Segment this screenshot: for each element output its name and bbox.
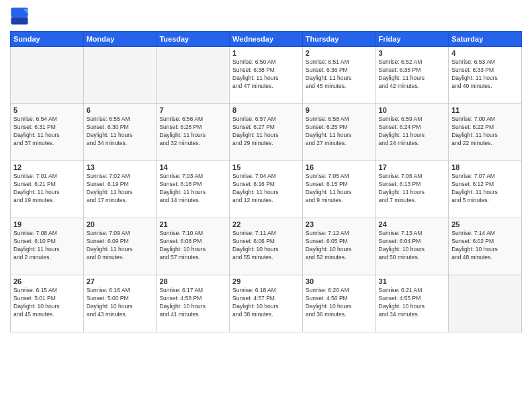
day-info: Sunrise: 6:59 AM Sunset: 6:24 PM Dayligh… bbox=[379, 116, 446, 148]
day-info: Sunrise: 6:15 AM Sunset: 5:01 PM Dayligh… bbox=[13, 287, 81, 319]
calendar-cell: 17Sunrise: 7:06 AM Sunset: 6:13 PM Dayli… bbox=[375, 161, 449, 218]
calendar-cell: 30Sunrise: 6:20 AM Sunset: 4:56 PM Dayli… bbox=[302, 275, 375, 332]
day-info: Sunrise: 6:53 AM Sunset: 6:33 PM Dayligh… bbox=[451, 58, 519, 91]
weekday-header-row: SundayMondayTuesdayWednesdayThursdayFrid… bbox=[11, 32, 522, 47]
day-number: 21 bbox=[159, 220, 226, 228]
weekday-header-sunday: Sunday bbox=[11, 32, 84, 47]
day-number: 11 bbox=[451, 106, 519, 114]
weekday-header-wednesday: Wednesday bbox=[230, 32, 303, 47]
calendar-week-1: 5Sunrise: 6:54 AM Sunset: 6:31 PM Daylig… bbox=[11, 104, 522, 161]
day-info: Sunrise: 6:52 AM Sunset: 6:35 PM Dayligh… bbox=[379, 58, 446, 91]
day-info: Sunrise: 7:13 AM Sunset: 6:04 PM Dayligh… bbox=[379, 230, 446, 262]
calendar-cell: 5Sunrise: 6:54 AM Sunset: 6:31 PM Daylig… bbox=[11, 104, 84, 161]
day-number: 24 bbox=[379, 220, 446, 228]
day-number: 7 bbox=[159, 106, 226, 114]
day-info: Sunrise: 6:50 AM Sunset: 6:38 PM Dayligh… bbox=[232, 58, 300, 91]
weekday-header-friday: Friday bbox=[375, 32, 449, 47]
day-number: 25 bbox=[451, 220, 519, 228]
day-number: 6 bbox=[87, 106, 154, 114]
day-info: Sunrise: 7:00 AM Sunset: 6:22 PM Dayligh… bbox=[451, 116, 519, 148]
calendar-cell: 26Sunrise: 6:15 AM Sunset: 5:01 PM Dayli… bbox=[11, 275, 84, 332]
calendar-week-3: 19Sunrise: 7:08 AM Sunset: 6:10 PM Dayli… bbox=[11, 218, 522, 275]
day-number: 27 bbox=[87, 277, 154, 285]
day-info: Sunrise: 6:54 AM Sunset: 6:31 PM Dayligh… bbox=[13, 116, 81, 148]
day-info: Sunrise: 6:21 AM Sunset: 4:55 PM Dayligh… bbox=[379, 287, 446, 319]
calendar-week-2: 12Sunrise: 7:01 AM Sunset: 6:21 PM Dayli… bbox=[11, 161, 522, 218]
day-number: 29 bbox=[232, 277, 300, 285]
day-info: Sunrise: 6:51 AM Sunset: 6:36 PM Dayligh… bbox=[306, 58, 373, 91]
day-info: Sunrise: 6:56 AM Sunset: 6:28 PM Dayligh… bbox=[159, 116, 226, 148]
day-info: Sunrise: 7:10 AM Sunset: 6:08 PM Dayligh… bbox=[159, 230, 226, 262]
header bbox=[10, 7, 522, 26]
calendar-cell: 20Sunrise: 7:09 AM Sunset: 6:09 PM Dayli… bbox=[83, 218, 157, 275]
calendar-cell: 3Sunrise: 6:52 AM Sunset: 6:35 PM Daylig… bbox=[375, 47, 449, 104]
calendar-cell: 21Sunrise: 7:10 AM Sunset: 6:08 PM Dayli… bbox=[157, 218, 230, 275]
calendar-cell bbox=[157, 47, 230, 104]
calendar-cell: 4Sunrise: 6:53 AM Sunset: 6:33 PM Daylig… bbox=[449, 47, 522, 104]
day-info: Sunrise: 7:04 AM Sunset: 6:16 PM Dayligh… bbox=[232, 173, 300, 205]
day-number: 28 bbox=[159, 277, 226, 285]
weekday-header-thursday: Thursday bbox=[302, 32, 375, 47]
calendar-cell: 16Sunrise: 7:05 AM Sunset: 6:15 PM Dayli… bbox=[302, 161, 375, 218]
day-info: Sunrise: 7:06 AM Sunset: 6:13 PM Dayligh… bbox=[379, 173, 446, 205]
day-number: 8 bbox=[232, 106, 300, 114]
calendar-cell bbox=[11, 47, 84, 104]
calendar-cell: 2Sunrise: 6:51 AM Sunset: 6:36 PM Daylig… bbox=[302, 47, 375, 104]
calendar-cell: 19Sunrise: 7:08 AM Sunset: 6:10 PM Dayli… bbox=[11, 218, 84, 275]
calendar-cell: 23Sunrise: 7:12 AM Sunset: 6:05 PM Dayli… bbox=[302, 218, 375, 275]
day-number: 26 bbox=[13, 277, 81, 285]
day-info: Sunrise: 6:16 AM Sunset: 5:00 PM Dayligh… bbox=[87, 287, 154, 319]
day-number: 1 bbox=[232, 49, 300, 57]
day-number: 10 bbox=[379, 106, 446, 114]
day-info: Sunrise: 6:17 AM Sunset: 4:58 PM Dayligh… bbox=[159, 287, 226, 319]
day-info: Sunrise: 7:11 AM Sunset: 6:06 PM Dayligh… bbox=[232, 230, 300, 262]
day-info: Sunrise: 7:08 AM Sunset: 6:10 PM Dayligh… bbox=[13, 230, 81, 262]
logo-icon bbox=[10, 7, 29, 26]
day-number: 18 bbox=[451, 163, 519, 171]
day-info: Sunrise: 7:14 AM Sunset: 6:02 PM Dayligh… bbox=[451, 230, 519, 262]
weekday-header-monday: Monday bbox=[83, 32, 157, 47]
day-number: 2 bbox=[306, 49, 373, 57]
day-number: 3 bbox=[379, 49, 446, 57]
calendar-cell: 22Sunrise: 7:11 AM Sunset: 6:06 PM Dayli… bbox=[230, 218, 303, 275]
calendar-cell: 11Sunrise: 7:00 AM Sunset: 6:22 PM Dayli… bbox=[449, 104, 522, 161]
day-info: Sunrise: 6:58 AM Sunset: 6:25 PM Dayligh… bbox=[306, 116, 373, 148]
day-number: 22 bbox=[232, 220, 300, 228]
calendar-cell: 9Sunrise: 6:58 AM Sunset: 6:25 PM Daylig… bbox=[302, 104, 375, 161]
day-info: Sunrise: 7:12 AM Sunset: 6:05 PM Dayligh… bbox=[306, 230, 373, 262]
calendar-cell bbox=[83, 47, 157, 104]
calendar-cell: 18Sunrise: 7:07 AM Sunset: 6:12 PM Dayli… bbox=[449, 161, 522, 218]
calendar-cell: 13Sunrise: 7:02 AM Sunset: 6:19 PM Dayli… bbox=[83, 161, 157, 218]
calendar-table: SundayMondayTuesdayWednesdayThursdayFrid… bbox=[10, 31, 522, 332]
day-number: 19 bbox=[13, 220, 81, 228]
calendar-cell: 25Sunrise: 7:14 AM Sunset: 6:02 PM Dayli… bbox=[449, 218, 522, 275]
day-info: Sunrise: 7:01 AM Sunset: 6:21 PM Dayligh… bbox=[13, 173, 81, 205]
day-number: 16 bbox=[306, 163, 373, 171]
day-number: 9 bbox=[306, 106, 373, 114]
weekday-header-saturday: Saturday bbox=[449, 32, 522, 47]
calendar-cell: 1Sunrise: 6:50 AM Sunset: 6:38 PM Daylig… bbox=[230, 47, 303, 104]
day-info: Sunrise: 7:03 AM Sunset: 6:18 PM Dayligh… bbox=[159, 173, 226, 205]
day-info: Sunrise: 7:02 AM Sunset: 6:19 PM Dayligh… bbox=[87, 173, 154, 205]
calendar-cell: 6Sunrise: 6:55 AM Sunset: 6:30 PM Daylig… bbox=[83, 104, 157, 161]
calendar-cell: 24Sunrise: 7:13 AM Sunset: 6:04 PM Dayli… bbox=[375, 218, 449, 275]
day-number: 20 bbox=[87, 220, 154, 228]
calendar-cell: 8Sunrise: 6:57 AM Sunset: 6:27 PM Daylig… bbox=[230, 104, 303, 161]
calendar-week-0: 1Sunrise: 6:50 AM Sunset: 6:38 PM Daylig… bbox=[11, 47, 522, 104]
day-info: Sunrise: 6:57 AM Sunset: 6:27 PM Dayligh… bbox=[232, 116, 300, 148]
weekday-header-tuesday: Tuesday bbox=[157, 32, 230, 47]
day-number: 23 bbox=[306, 220, 373, 228]
day-number: 5 bbox=[13, 106, 81, 114]
calendar-cell: 31Sunrise: 6:21 AM Sunset: 4:55 PM Dayli… bbox=[375, 275, 449, 332]
calendar-cell: 10Sunrise: 6:59 AM Sunset: 6:24 PM Dayli… bbox=[375, 104, 449, 161]
day-number: 13 bbox=[87, 163, 154, 171]
svg-rect-2 bbox=[11, 17, 28, 24]
day-info: Sunrise: 6:18 AM Sunset: 4:57 PM Dayligh… bbox=[232, 287, 300, 319]
day-info: Sunrise: 7:09 AM Sunset: 6:09 PM Dayligh… bbox=[87, 230, 154, 262]
calendar-cell: 15Sunrise: 7:04 AM Sunset: 6:16 PM Dayli… bbox=[230, 161, 303, 218]
calendar-cell: 29Sunrise: 6:18 AM Sunset: 4:57 PM Dayli… bbox=[230, 275, 303, 332]
day-info: Sunrise: 6:20 AM Sunset: 4:56 PM Dayligh… bbox=[306, 287, 373, 319]
calendar-week-4: 26Sunrise: 6:15 AM Sunset: 5:01 PM Dayli… bbox=[11, 275, 522, 332]
day-number: 14 bbox=[159, 163, 226, 171]
calendar-cell: 27Sunrise: 6:16 AM Sunset: 5:00 PM Dayli… bbox=[83, 275, 157, 332]
